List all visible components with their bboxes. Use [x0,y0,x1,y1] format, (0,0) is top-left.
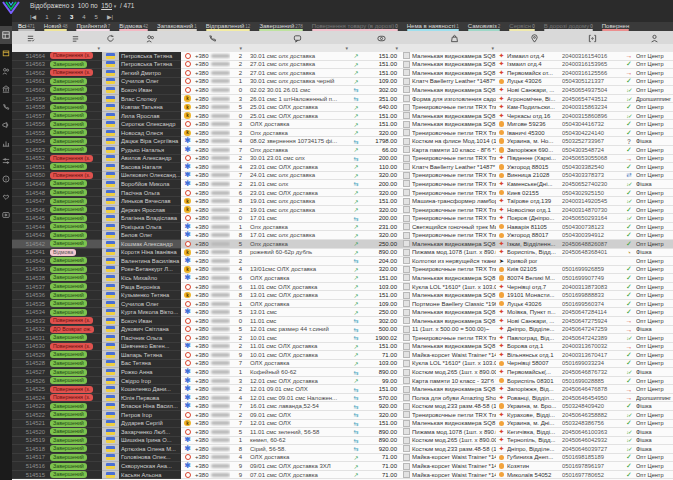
status-badge[interactable]: Завершений [50,266,87,273]
page-button[interactable]: 2 [58,12,61,22]
status-badge[interactable]: Завершений [50,121,87,128]
status-badge[interactable]: Повернення (з. [50,317,93,324]
table-row[interactable]: 514536ЗавершенийКузьменко Тетянаk+380813… [12,291,673,300]
sidebar-item-grid-icon[interactable] [0,26,12,44]
filter-dropdown-num[interactable]: ▾ [230,44,244,52]
sidebar-item-sliders-icon[interactable] [0,152,12,170]
status-badge[interactable]: Завершений [50,198,87,205]
app-logo[interactable] [1,0,23,14]
filter-dropdown-com[interactable]: ▾ [244,44,350,52]
table-row[interactable]: 514522ЗавершенийПетров Ігор+380209.01 см… [12,411,673,420]
table-row[interactable]: 514541ВідмоваКоротя Ніна Іванівнаk+3808р… [12,249,673,258]
table-row[interactable]: 514545ЗавершенийБлагінна Владіслава+3800… [12,214,673,223]
page-button[interactable]: 1 [45,12,48,22]
table-row[interactable]: 514552Повернення (з.Авилов Александр+380… [12,155,673,164]
range-to-dropdown[interactable]: 150 [101,2,112,9]
table-row[interactable]: 514519ЗавершенийШишкіна Ірина О...✱+3801… [12,437,673,446]
table-row[interactable]: 514549ЗавершенийВоробйов Микола✱+380221.… [12,180,673,189]
status-badge[interactable]: Повернення (з. [50,386,93,393]
sidebar-item-heart-icon[interactable] [0,188,12,206]
last-page-button[interactable]: ▶| [107,12,113,22]
table-row[interactable]: 514556ЗавершенийСиротюк Олександр+3803ОЛ… [12,120,673,129]
table-row[interactable]: 514538ЗавершенийКісь Михайло✱+3806ОЛХ до… [12,274,673,283]
status-badge[interactable]: Повернення (з. [50,69,93,76]
filter-dropdown-price[interactable]: ▾ [362,44,400,52]
table-row[interactable]: 514546ЗавершенийДеркач Ярославk+380219.0… [12,206,673,215]
status-badge[interactable]: ДО Возврат ож. [50,326,94,333]
table-row[interactable]: 514542ЗавершенийКошмак Александр+3805Олх… [12,240,673,249]
page-button[interactable]: 3 [70,12,73,22]
table-row[interactable]: 514550Повернення (з.Шелкович Олександ...… [12,172,673,181]
status-badge[interactable]: Завершений [50,240,87,247]
filter-dropdown-st[interactable]: ▾ [48,44,102,52]
status-badge[interactable]: Завершений [50,78,87,85]
status-badge[interactable]: Завершений [50,420,87,427]
table-row[interactable]: 514534ЗавершенийКурта Микола Вікто...✱+3… [12,308,673,317]
table-row[interactable]: 514562Повернення (з.Легкий Дмитро+380227… [12,69,673,78]
table-row[interactable]: 514520ЗавершенийЗахарченко Люб...+380511… [12,428,673,437]
status-badge[interactable]: Завершений [50,369,87,376]
sidebar-item-bank-icon[interactable] [0,80,12,98]
status-badge[interactable]: Завершений [50,411,87,418]
status-badge[interactable]: Завершений [50,112,87,119]
table-row[interactable]: 514526ЗавершенийСвідро Ігор✱+380312.01 с… [12,377,673,386]
status-badge[interactable]: Відмова [50,249,76,256]
status-badge[interactable]: Завершений [50,95,87,102]
status-badge[interactable]: Завершений [50,403,87,410]
status-badge[interactable]: Повернення (з. [50,155,93,162]
table-row[interactable]: 514540ЗавершенийВалентина Василівна✱+380… [12,257,673,266]
table-row[interactable]: 514516ЗавершенийСкворунская Ана...✱+3809… [12,462,673,471]
table-row[interactable]: 514521ЗавершенийДударев Сергійk+380712.0… [12,420,673,429]
status-badge[interactable]: Завершений [50,180,87,187]
table-row[interactable]: 514558ЗавершенийКовпак Татьянаk+380525.0… [12,103,673,112]
status-badge[interactable]: Завершений [50,283,87,290]
status-badge[interactable]: Завершений [50,163,87,170]
table-row[interactable]: 514564Повернення (з.Петровська Тетяна+38… [12,52,673,61]
sidebar-item-chart-icon[interactable] [0,134,12,152]
status-badge[interactable]: Повернення (з. [50,172,93,179]
filter-dropdown-prod[interactable]: ▾ [412,44,496,52]
table-row[interactable]: 514553ЗавершенийРудько Наталья✱+3807Олх … [12,146,673,155]
table-row[interactable]: 514560ЗавершенийБокоч Иван+380002.02 30.… [12,86,673,95]
table-row[interactable]: 514559ЗавершенийВлас Слотюуk+380326.01 с… [12,95,673,104]
status-badge[interactable]: Завершений [50,129,87,136]
status-badge[interactable]: Завершений [50,274,87,281]
table-row[interactable]: 514529ЗавершенийШапарь Тетяна+380910.01 … [12,351,673,360]
chevron-down-icon[interactable]: ▾ [114,3,117,9]
table-row[interactable]: 514518ЗавершенийАртюхіна Олена М...✱+380… [12,445,673,454]
status-badge[interactable]: Завершений [50,292,87,299]
status-badge[interactable]: Завершений [50,232,87,239]
page-button[interactable]: 4 [82,12,85,22]
sidebar-item-users-icon[interactable] [0,62,12,80]
status-badge[interactable]: Завершений [50,189,87,196]
sidebar-item-box-icon[interactable] [0,44,12,62]
table-row[interactable]: 514517ЗавершенийГоловінова Олек...+3804О… [12,454,673,463]
table-row[interactable]: 514535ЗавершенийСучилов Олег+3801ОЛХ дос… [12,300,673,309]
status-badge[interactable]: Завершений [50,215,87,222]
table-row[interactable]: 514527ЗавершенийРожко Анна✱+3801Кофейный… [12,368,673,377]
status-badge[interactable]: Завершений [50,309,87,316]
status-badge[interactable]: Завершений [50,104,87,111]
table-row[interactable]: 514523ЗавершенийВласюк Ніна Васил...✱+38… [12,402,673,411]
table-row[interactable]: 514557ЗавершенийЛила Ярославk+380025.01 … [12,112,673,121]
table-row[interactable]: 514537ЗавершенийРаца Вероніка+380611.01 … [12,283,673,292]
status-badge[interactable]: Завершений [50,360,87,367]
status-badge[interactable]: Завершений [50,223,87,230]
status-badge[interactable]: Завершений [50,351,87,358]
table-row[interactable]: 514561ЗавершенийСучилов Олег+380130.01 с… [12,78,673,87]
table-row[interactable]: 514547ЗавершенийЛиньков Вячеславk+380819… [12,197,673,206]
status-badge[interactable]: Завершений [50,428,87,435]
status-badge[interactable]: Завершений [50,471,87,478]
status-badge[interactable]: Завершений [50,377,87,384]
table-row[interactable]: 514539ЗавершенийРоке-Бетанкурт Л...k+380… [12,266,673,275]
sidebar-item-play-icon[interactable] [0,206,12,224]
table-row[interactable]: 514551ЗавершенийБасова Наталя✱+380423.01… [12,163,673,172]
table-row[interactable]: 514531ЗавершенийПасічник Ольга+380210.01… [12,334,673,343]
table-row[interactable]: 514524Повернення (з.Юлія Первова✱+380412… [12,394,673,403]
status-badge[interactable]: Завершений [50,445,87,452]
status-badge[interactable]: Повернення (з. [50,394,93,401]
status-badge[interactable]: Завершений [50,437,87,444]
sidebar-item-phone-icon[interactable] [0,98,12,116]
sidebar-item-horn-icon[interactable] [0,116,12,134]
table-row[interactable]: 514548ЗавершенийПасічна Ольга+380623.01 … [12,189,673,198]
